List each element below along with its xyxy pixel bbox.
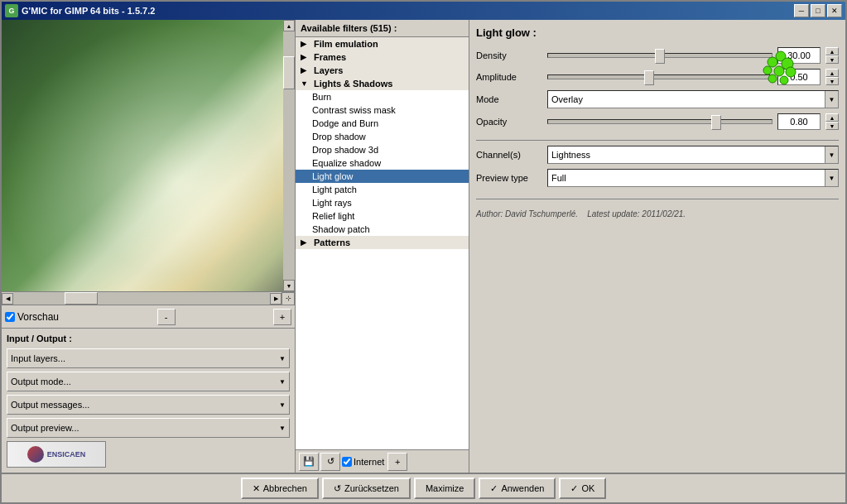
ok-label: OK bbox=[581, 483, 594, 493]
filter-item-light-glow[interactable]: Light glow bbox=[296, 170, 469, 183]
filter-label-burn: Burn bbox=[312, 92, 331, 102]
close-button[interactable]: ✕ bbox=[827, 4, 842, 17]
window-title: G'MIC for GIMP 64 bits - 1.5.7.2 bbox=[22, 6, 155, 16]
preview-checkbox[interactable] bbox=[5, 312, 15, 322]
opacity-increment[interactable]: ▲ bbox=[825, 113, 839, 122]
filter-bottom: 💾 ↺ Internet + bbox=[296, 449, 469, 473]
internet-label: Internet bbox=[354, 457, 384, 467]
filter-item-drop-shadow[interactable]: Drop shadow bbox=[296, 130, 469, 143]
preview-label: Vorschau bbox=[17, 311, 59, 323]
h-scroll-thumb[interactable] bbox=[65, 292, 98, 305]
internet-checkbox-label[interactable]: Internet bbox=[342, 457, 384, 467]
scroll-track bbox=[283, 31, 295, 280]
amplitude-slider-track bbox=[547, 74, 772, 79]
filter-item-equalize-shadow[interactable]: Equalize shadow bbox=[296, 156, 469, 170]
opacity-row: Opacity 0.80 ▲ ▼ bbox=[476, 113, 839, 130]
save-filter-button[interactable]: 💾 bbox=[299, 453, 319, 471]
filter-label-equalize-shadow: Equalize shadow bbox=[312, 158, 381, 168]
filter-label-drop-shadow: Drop shadow bbox=[312, 132, 366, 142]
scroll-thumb[interactable] bbox=[283, 56, 295, 89]
anwenden-button[interactable]: ✓ Anwenden bbox=[479, 478, 556, 499]
minimize-button[interactable]: ─ bbox=[794, 4, 809, 17]
ok-button[interactable]: ✓ OK bbox=[559, 478, 606, 499]
logo-text: ENSICAEN bbox=[47, 450, 86, 458]
input-layers-dropdown[interactable]: Input layers... ▼ bbox=[7, 348, 290, 368]
opacity-value[interactable]: 0.80 bbox=[777, 113, 821, 130]
opacity-slider[interactable] bbox=[547, 113, 772, 130]
density-decrement[interactable]: ▼ bbox=[825, 55, 839, 64]
maximize-button[interactable]: Maximize bbox=[414, 478, 475, 499]
filter-item-relief-light[interactable]: Relief light bbox=[296, 209, 469, 223]
internet-checkbox[interactable] bbox=[342, 457, 352, 467]
scroll-up-button[interactable]: ▲ bbox=[283, 20, 295, 31]
add-filter-button[interactable]: + bbox=[387, 453, 407, 471]
amplitude-value[interactable]: 0.50 bbox=[777, 69, 821, 85]
left-panel: ▲ ▼ ◀ ▶ ⊹ Vorschau bbox=[2, 20, 296, 473]
separator2 bbox=[476, 199, 839, 199]
vertical-scrollbar[interactable]: ▲ ▼ bbox=[283, 20, 295, 291]
density-spinners: ▲ ▼ bbox=[825, 47, 839, 64]
anwenden-icon: ✓ bbox=[490, 483, 498, 494]
amplitude-increment[interactable]: ▲ bbox=[825, 69, 839, 77]
chevron-right-icon: ▶ bbox=[301, 53, 310, 61]
filter-item-drop-shadow-3d[interactable]: Drop shadow 3d bbox=[296, 143, 469, 156]
logo-icon bbox=[27, 446, 44, 463]
author-text: Author: David Tschumperlé. bbox=[476, 209, 578, 218]
bottom-bar: ✕ Abbrechen ↺ Zurücksetzen Maximize ✓ An… bbox=[2, 473, 845, 502]
preview-minus-button[interactable]: - bbox=[157, 309, 176, 325]
amplitude-slider-thumb[interactable] bbox=[644, 70, 654, 85]
filter-category-frames[interactable]: ▶ Frames bbox=[296, 50, 469, 64]
preview-type-label: Preview type bbox=[476, 173, 542, 183]
opacity-spinners: ▲ ▼ bbox=[825, 113, 839, 130]
filter-item-light-patch[interactable]: Light patch bbox=[296, 183, 469, 196]
mode-row: Mode Overlay ▼ bbox=[476, 90, 839, 108]
zuruecksetzen-button[interactable]: ↺ Zurücksetzen bbox=[322, 478, 411, 499]
filter-label-patterns: Patterns bbox=[314, 238, 350, 247]
resize-handle[interactable]: ⊹ bbox=[282, 292, 295, 305]
preview-checkbox-label[interactable]: Vorschau bbox=[5, 311, 59, 323]
opacity-decrement[interactable]: ▼ bbox=[825, 122, 839, 130]
density-increment[interactable]: ▲ bbox=[825, 47, 839, 55]
maximize-label: Maximize bbox=[426, 483, 464, 493]
output-mode-dropdown[interactable]: Output mode... ▼ bbox=[7, 372, 290, 391]
filter-category-film-emulation[interactable]: ▶ Film emulation bbox=[296, 37, 469, 50]
filter-item-dodge-and-burn[interactable]: Dodge and Burn bbox=[296, 117, 469, 130]
maximize-button[interactable]: □ bbox=[811, 4, 825, 17]
output-preview-dropdown[interactable]: Output preview... ▼ bbox=[7, 418, 290, 438]
channel-dropdown[interactable]: Lightness ▼ bbox=[547, 146, 839, 164]
filter-category-layers[interactable]: ▶ Layers bbox=[296, 64, 469, 77]
filter-label-shadow-patch: Shadow patch bbox=[312, 224, 370, 234]
filter-item-burn[interactable]: Burn bbox=[296, 90, 469, 103]
input-layers-label: Input layers... bbox=[11, 353, 65, 363]
opacity-slider-thumb[interactable] bbox=[711, 115, 721, 130]
separator bbox=[476, 140, 839, 141]
density-slider[interactable] bbox=[547, 47, 772, 64]
input-layers-arrow: ▼ bbox=[279, 355, 286, 362]
filter-item-contrast-swiss-mask[interactable]: Contrast swiss mask bbox=[296, 103, 469, 117]
chevron-right-icon: ▶ bbox=[301, 66, 310, 74]
filter-item-shadow-patch[interactable]: Shadow patch bbox=[296, 223, 469, 236]
density-slider-thumb[interactable] bbox=[655, 49, 665, 64]
scroll-right-button[interactable]: ▶ bbox=[270, 293, 282, 305]
preview-type-row: Preview type Full ▼ bbox=[476, 169, 839, 187]
output-messages-dropdown[interactable]: Output messages... ▼ bbox=[7, 395, 290, 415]
filter-label-dodge-and-burn: Dodge and Burn bbox=[312, 118, 378, 128]
preview-plus-button[interactable]: + bbox=[273, 309, 291, 325]
density-value[interactable]: 30.00 bbox=[777, 47, 821, 64]
filter-category-lights-shadows[interactable]: ▼ Lights & Shadows bbox=[296, 77, 469, 90]
preview-type-dropdown[interactable]: Full ▼ bbox=[547, 169, 839, 187]
amplitude-decrement[interactable]: ▼ bbox=[825, 77, 839, 85]
scroll-left-button[interactable]: ◀ bbox=[2, 293, 13, 305]
abbrechen-button[interactable]: ✕ Abbrechen bbox=[241, 478, 319, 499]
filter-label-light-patch: Light patch bbox=[312, 185, 357, 194]
reset-filter-button[interactable]: ↺ bbox=[320, 453, 340, 471]
preview-image bbox=[2, 20, 295, 291]
mode-dropdown[interactable]: Overlay ▼ bbox=[547, 90, 839, 108]
filter-label-light-rays: Light rays bbox=[312, 198, 352, 208]
abbrechen-label: Abbrechen bbox=[263, 483, 307, 493]
filter-item-light-rays[interactable]: Light rays bbox=[296, 196, 469, 209]
preview-fog bbox=[2, 20, 295, 291]
amplitude-slider[interactable] bbox=[547, 69, 772, 85]
scroll-down-button[interactable]: ▼ bbox=[283, 280, 295, 291]
filter-category-patterns[interactable]: ▶ Patterns bbox=[296, 236, 469, 249]
